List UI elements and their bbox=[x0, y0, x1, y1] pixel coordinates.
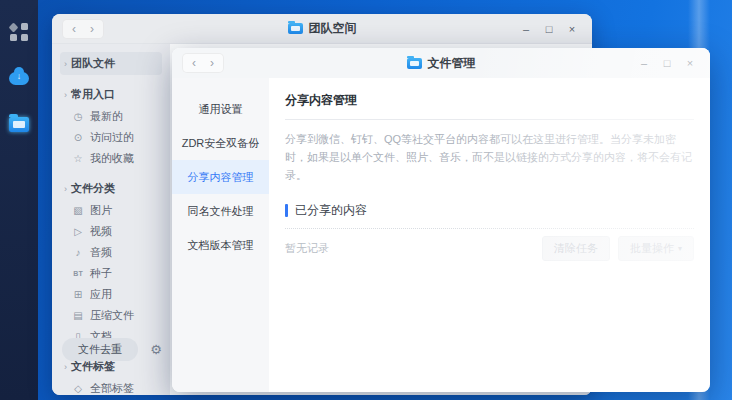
back-button[interactable]: ‹ bbox=[66, 21, 82, 37]
tab-duplicate-name[interactable]: 同名文件处理 bbox=[172, 194, 269, 228]
apps-grid-glyph bbox=[10, 23, 28, 41]
star-icon: ☆ bbox=[72, 153, 84, 164]
sidebar-group-label: 常用入口 bbox=[71, 87, 115, 102]
shared-content-list: 暂无记录 清除任务 批量操作 ▾ bbox=[285, 236, 694, 261]
close-button[interactable]: × bbox=[564, 21, 580, 37]
minimize-button[interactable]: – bbox=[518, 21, 534, 37]
file-management-dialog: ‹ › 文件管理 – □ × 通用设置 ZDR安全双备份 分享内容管理 同名文件… bbox=[172, 48, 710, 392]
sidebar-item-label: 图片 bbox=[90, 203, 112, 218]
clear-tasks-button[interactable]: 清除任务 bbox=[542, 236, 610, 261]
gear-icon[interactable]: ⚙ bbox=[150, 342, 162, 357]
cloud-glyph bbox=[9, 72, 29, 85]
sidebar-item-label: 音频 bbox=[90, 245, 112, 260]
sidebar-item-favorites[interactable]: ☆ 我的收藏 bbox=[60, 148, 162, 169]
sidebar-item-audio[interactable]: ♪ 音频 bbox=[60, 242, 162, 263]
clock-icon: ◷ bbox=[72, 111, 84, 122]
zip-icon: ▤ bbox=[72, 310, 84, 321]
sidebar-item-common-entries[interactable]: › 常用入口 bbox=[60, 83, 162, 106]
chevron-down-icon: ▾ bbox=[678, 244, 682, 253]
empty-state-text: 暂无记录 bbox=[285, 241, 329, 256]
button-label: 批量操作 bbox=[630, 241, 674, 256]
video-icon: ▷ bbox=[72, 226, 84, 237]
maximize-button[interactable]: □ bbox=[541, 21, 557, 37]
apps-grid-icon[interactable] bbox=[9, 22, 29, 42]
chevron-right-icon: › bbox=[64, 59, 67, 69]
forward-button[interactable]: › bbox=[204, 55, 220, 71]
batch-actions-button[interactable]: 批量操作 ▾ bbox=[618, 236, 694, 261]
maximize-button[interactable]: □ bbox=[659, 55, 675, 71]
folder-icon bbox=[407, 58, 422, 69]
section-title: 已分享的内容 bbox=[295, 202, 367, 219]
image-icon: ▧ bbox=[72, 205, 84, 216]
dedupe-button[interactable]: 文件去重 bbox=[62, 338, 138, 361]
button-label: 清除任务 bbox=[554, 241, 598, 256]
sidebar-item-file-categories[interactable]: › 文件分类 bbox=[60, 177, 162, 200]
main-titlebar: ‹ › 团队空间 – □ × bbox=[52, 14, 592, 44]
dialog-nav-group: ‹ › bbox=[182, 53, 224, 73]
audio-icon: ♪ bbox=[72, 247, 84, 258]
main-window-title: 团队空间 bbox=[52, 14, 592, 43]
sidebar-footer: 文件去重 ⚙ bbox=[62, 338, 162, 361]
sidebar-item-visited[interactable]: ⊙ 访问过的 bbox=[60, 127, 162, 148]
minimize-button[interactable]: – bbox=[636, 55, 652, 71]
chevron-right-icon: › bbox=[64, 90, 67, 100]
sidebar: › 团队文件 › 常用入口 ◷ 最新的 ⊙ 访问过的 ☆ 我的收藏 › 文件分类 bbox=[52, 44, 170, 395]
dialog-body: 通用设置 ZDR安全双备份 分享内容管理 同名文件处理 文档版本管理 分享内容管… bbox=[172, 78, 710, 392]
tab-general-settings[interactable]: 通用设置 bbox=[172, 92, 269, 126]
shared-content-section-header: 已分享的内容 bbox=[285, 202, 694, 219]
forward-button[interactable]: › bbox=[84, 21, 100, 37]
section-accent-bar bbox=[285, 204, 288, 217]
tag-icon: ◇ bbox=[72, 383, 84, 394]
sidebar-item-label: 全部标签 bbox=[90, 381, 134, 395]
main-title-text: 团队空间 bbox=[309, 20, 357, 37]
sidebar-item-torrents[interactable]: BT 种子 bbox=[60, 263, 162, 284]
sidebar-item-label: 应用 bbox=[90, 287, 112, 302]
list-actions: 清除任务 批量操作 ▾ bbox=[542, 236, 694, 261]
dialog-titlebar: ‹ › 文件管理 – □ × bbox=[172, 48, 710, 78]
sidebar-item-label: 压缩文件 bbox=[90, 308, 134, 323]
file-manager-icon[interactable] bbox=[9, 114, 29, 134]
sidebar-item-label: 视频 bbox=[90, 224, 112, 239]
torrent-icon: BT bbox=[72, 270, 84, 277]
main-nav-group: ‹ › bbox=[62, 19, 104, 39]
sidebar-item-images[interactable]: ▧ 图片 bbox=[60, 200, 162, 221]
chevron-right-icon: › bbox=[64, 184, 67, 194]
sidebar-group-label: 文件分类 bbox=[71, 181, 115, 196]
folder-glyph bbox=[9, 117, 29, 132]
sidebar-group-label: 文件标签 bbox=[71, 359, 115, 374]
tab-zdr-backup[interactable]: ZDR安全双备份 bbox=[172, 126, 269, 160]
sidebar-item-label: 我的收藏 bbox=[90, 151, 134, 166]
dialog-controls: – □ × bbox=[636, 55, 710, 71]
dialog-title: 文件管理 bbox=[172, 48, 710, 78]
app-icon: ⊞ bbox=[72, 289, 84, 300]
sidebar-item-apps[interactable]: ⊞ 应用 bbox=[60, 284, 162, 305]
sidebar-item-recent[interactable]: ◷ 最新的 bbox=[60, 106, 162, 127]
sidebar-item-all-tags[interactable]: ◇ 全部标签 bbox=[60, 378, 162, 395]
dock bbox=[0, 0, 38, 400]
folder-icon bbox=[288, 23, 303, 34]
tab-doc-versions[interactable]: 文档版本管理 bbox=[172, 228, 269, 262]
dialog-title-text: 文件管理 bbox=[428, 55, 476, 72]
dotted-divider bbox=[285, 228, 694, 229]
panel-description: 分享到微信、钉钉、QQ等社交平台的内容都可以在这里进行管理。当分享未加密时，如果… bbox=[285, 130, 694, 184]
close-button[interactable]: × bbox=[682, 55, 698, 71]
sidebar-item-videos[interactable]: ▷ 视频 bbox=[60, 221, 162, 242]
sidebar-item-label: 访问过的 bbox=[90, 130, 134, 145]
cloud-download-icon[interactable] bbox=[9, 68, 29, 88]
tab-panel-share-content: 分享内容管理 分享到微信、钉钉、QQ等社交平台的内容都可以在这里进行管理。当分享… bbox=[269, 78, 710, 392]
settings-tabs: 通用设置 ZDR安全双备份 分享内容管理 同名文件处理 文档版本管理 bbox=[172, 78, 269, 392]
panel-heading: 分享内容管理 bbox=[285, 92, 694, 120]
sidebar-item-team-files[interactable]: › 团队文件 bbox=[60, 52, 162, 75]
sidebar-item-label: 种子 bbox=[90, 266, 112, 281]
back-button[interactable]: ‹ bbox=[186, 55, 202, 71]
sidebar-item-label: 最新的 bbox=[90, 109, 123, 124]
sidebar-group-label: 团队文件 bbox=[71, 56, 115, 71]
chevron-right-icon: › bbox=[64, 362, 67, 372]
main-window-controls: – □ × bbox=[518, 21, 592, 37]
tab-share-content[interactable]: 分享内容管理 bbox=[172, 160, 269, 194]
visited-icon: ⊙ bbox=[72, 132, 84, 143]
sidebar-item-archives[interactable]: ▤ 压缩文件 bbox=[60, 305, 162, 326]
